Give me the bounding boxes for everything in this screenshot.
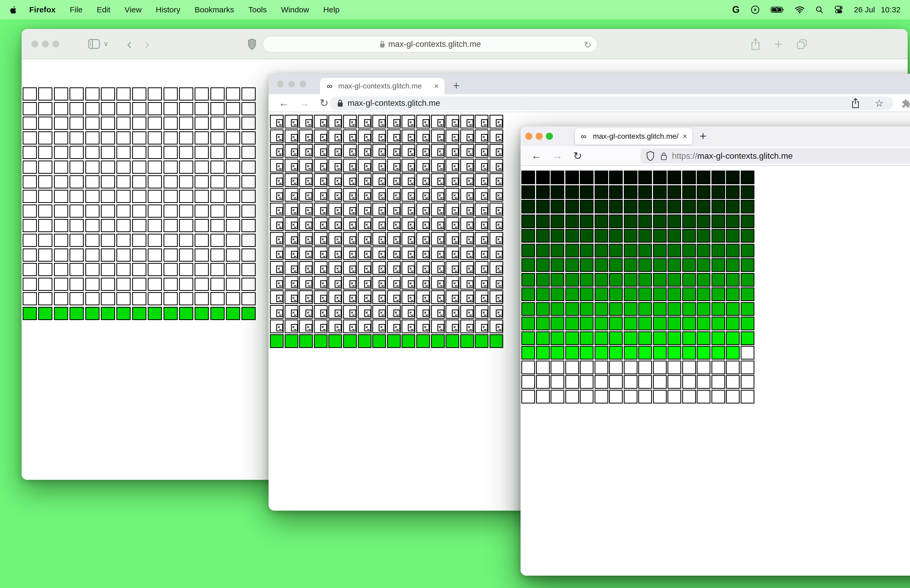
- broken-image-icon: ×: [335, 119, 341, 127]
- menu-item-file[interactable]: File: [63, 5, 89, 14]
- canvas-cell: [54, 146, 68, 159]
- firefox-forward-button[interactable]: →: [552, 150, 563, 162]
- menu-item-edit[interactable]: Edit: [89, 5, 118, 14]
- canvas-cell: [565, 346, 579, 360]
- broken-image-icon: ×: [305, 295, 312, 302]
- canvas-cell: [226, 131, 240, 144]
- firefox-url-bar[interactable]: https://max-gl-contexts.glitch.me: [640, 149, 910, 163]
- canvas-cell: ×: [314, 261, 328, 275]
- tracking-protection-shield-icon[interactable]: [646, 151, 655, 161]
- canvas-cell: ×: [299, 173, 313, 187]
- broken-image-icon: ×: [364, 280, 371, 288]
- canvas-cell: [210, 234, 225, 247]
- menu-item-window[interactable]: Window: [274, 5, 316, 14]
- canvas-cell: [536, 273, 550, 287]
- chrome-forward-button[interactable]: →: [299, 97, 310, 109]
- firefox-new-tab-button[interactable]: +: [700, 129, 706, 143]
- lock-icon[interactable]: [660, 152, 667, 161]
- menu-bar: Firefox File Edit View History Bookmarks…: [0, 0, 910, 19]
- canvas-cell: ×: [343, 232, 357, 246]
- canvas-cell: [521, 317, 535, 330]
- minimize-window-button[interactable]: [42, 40, 49, 47]
- canvas-cell: [226, 146, 240, 159]
- safari-reload-icon[interactable]: ↻: [584, 39, 592, 50]
- firefox-back-button[interactable]: ←: [531, 150, 541, 162]
- canvas-cell: ×: [490, 232, 503, 246]
- spotlight-search-icon[interactable]: [815, 6, 823, 14]
- canvas-cell: [551, 171, 564, 184]
- menu-clock[interactable]: 26 Jul 10:32: [854, 5, 900, 14]
- broken-image-icon: ×: [408, 236, 415, 244]
- apple-menu-icon[interactable]: [10, 6, 17, 14]
- canvas-cell: [697, 273, 710, 287]
- close-window-button[interactable]: [31, 40, 38, 47]
- canvas-cell: [226, 292, 240, 305]
- tab-overview-icon[interactable]: [796, 39, 808, 50]
- menu-item-firefox[interactable]: Firefox: [22, 5, 63, 14]
- canvas-cell: [163, 175, 178, 189]
- lock-icon: [337, 99, 343, 107]
- privacy-shield-icon[interactable]: [247, 39, 257, 50]
- canvas-cell: [697, 360, 710, 374]
- firefox-reload-button[interactable]: ↻: [573, 150, 582, 162]
- canvas-cell: [580, 171, 593, 184]
- zoom-window-button[interactable]: [300, 81, 306, 87]
- wifi-icon[interactable]: [795, 6, 805, 13]
- canvas-cell: ×: [343, 144, 357, 158]
- minimize-window-button[interactable]: [535, 132, 543, 140]
- canvas-cell: [638, 331, 652, 345]
- battery-charging-icon[interactable]: [771, 6, 784, 13]
- close-window-button[interactable]: [277, 81, 284, 87]
- chrome-url-bar[interactable]: max-gl-contexts.glitch.me ☆: [330, 96, 893, 110]
- bookmark-star-icon[interactable]: ☆: [875, 97, 884, 109]
- canvas-cell: ×: [372, 320, 386, 333]
- canvas-cell: [148, 131, 162, 144]
- extensions-puzzle-icon[interactable]: [902, 99, 910, 108]
- sidebar-chevron-down-icon[interactable]: ∨: [103, 40, 108, 48]
- menu-item-bookmarks[interactable]: Bookmarks: [187, 5, 241, 14]
- broken-image-icon: ×: [423, 163, 430, 171]
- menu-item-history[interactable]: History: [149, 5, 187, 14]
- menu-item-tools[interactable]: Tools: [241, 5, 274, 14]
- google-icon[interactable]: G: [732, 4, 740, 15]
- minimize-window-button[interactable]: [288, 81, 295, 87]
- chrome-back-button[interactable]: ←: [279, 97, 289, 109]
- chrome-reload-button[interactable]: ↻: [320, 97, 329, 109]
- menu-item-view[interactable]: View: [118, 5, 149, 14]
- broken-image-icon: ×: [320, 119, 327, 127]
- canvas-cell: [741, 273, 754, 287]
- sidebar-toggle-icon[interactable]: [88, 39, 100, 49]
- canvas-cell: ×: [490, 129, 503, 143]
- safari-url-bar[interactable]: max-gl-contexts.glitch.me ↻: [262, 36, 598, 53]
- canvas-cell: [163, 234, 178, 247]
- control-center-icon[interactable]: [834, 5, 843, 14]
- chrome-tab-close-icon[interactable]: ×: [434, 82, 439, 90]
- canvas-cell: ×: [460, 276, 474, 289]
- canvas-cell: ×: [490, 115, 503, 128]
- canvas-cell: [609, 185, 623, 199]
- zoom-window-button[interactable]: [546, 132, 553, 140]
- share-icon[interactable]: [851, 98, 860, 108]
- canvas-cell: [551, 390, 564, 404]
- chrome-tab-title: max-gl-contexts.glitch.me: [338, 82, 422, 90]
- media-play-icon[interactable]: [751, 5, 760, 14]
- canvas-cell: ×: [387, 290, 401, 304]
- zoom-window-button[interactable]: [52, 40, 59, 47]
- canvas-cell: ×: [328, 159, 342, 173]
- canvas-cell: ×: [270, 188, 284, 202]
- canvas-cell: [741, 171, 754, 184]
- firefox-active-tab[interactable]: ∞ max-gl-contexts.glitch.me/ ×: [575, 128, 692, 144]
- firefox-tab-close-icon[interactable]: ×: [683, 132, 687, 141]
- chrome-new-tab-button[interactable]: +: [453, 79, 460, 92]
- canvas-cell: [551, 215, 564, 228]
- close-window-button[interactable]: [525, 132, 532, 140]
- canvas-cell: [70, 292, 84, 305]
- canvas-cell: [697, 244, 710, 257]
- menu-item-help[interactable]: Help: [316, 5, 347, 14]
- chrome-active-tab[interactable]: ∞ max-gl-contexts.glitch.me ×: [320, 78, 444, 94]
- share-icon[interactable]: [750, 38, 761, 50]
- chrome-tab-strip: ∞ max-gl-contexts.glitch.me × +: [268, 74, 910, 94]
- broken-image-icon: ×: [393, 236, 400, 244]
- canvas-cell: [580, 273, 593, 287]
- canvas-cell: [210, 146, 225, 159]
